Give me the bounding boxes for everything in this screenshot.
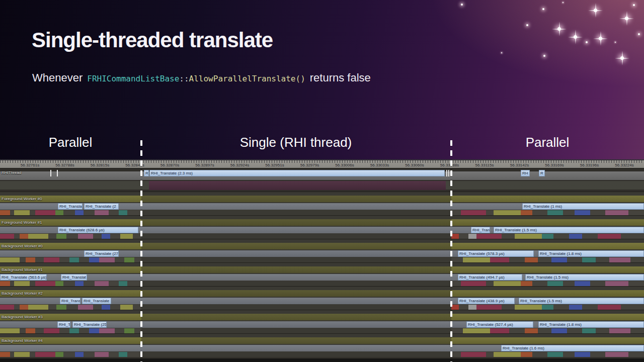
track-label: RHIThread (2, 170, 21, 175)
ruler-tick: 56.33169s (545, 163, 564, 167)
thread-track: RHIThreadRRHI_Translate (2.3 ms)RHR (0, 168, 644, 192)
code-scope-operator: :: (179, 74, 189, 83)
star-sparkle-icon (526, 24, 528, 26)
ruler-tick: 56.33224s (615, 163, 633, 167)
section-label-single-rhi-thread: Single (RHI thread) (240, 135, 352, 150)
star-sparkle-icon (542, 8, 544, 10)
section-label-parallel-left: Parallel (49, 135, 93, 150)
thread-track: Background Worker #2RHI_TranslRHI_Transl… (0, 286, 644, 310)
star-sparkle-icon (638, 33, 640, 35)
dashed-guide-right (450, 140, 452, 362)
ruler-tick: 56.33033s (370, 163, 389, 167)
star-sparkle-icon (594, 9, 597, 12)
event-bar[interactable]: RHI_Translate (1.5 ms) (494, 227, 644, 233)
slide: Single-threaded translate Whenever FRHIC… (0, 0, 644, 362)
code-class-name: FRHICommandListBase (87, 74, 179, 83)
timeline-ruler[interactable]: 56.32761s56.32788s56.32815s56.32843s56.3… (0, 159, 644, 168)
track-label: Background Worker #3 (2, 315, 43, 319)
event-bar[interactable]: RHI_Transl (60, 298, 80, 304)
thread-track: Foreground Worker #0RHI_TranslaRHI_Trans… (0, 192, 644, 215)
thread-track: Foreground Worker #1RHI_Translate (628.6… (0, 215, 644, 239)
event-bar[interactable]: RHI_Translat (61, 274, 87, 281)
thread-track: Background Worker #0RHI_Translate (274RH… (0, 239, 644, 262)
event-bar[interactable]: RHI_Translate (274 (84, 250, 119, 257)
subtitle-code: FRHICommandListBase::AllowParallelTransl… (87, 74, 305, 83)
event-bar[interactable]: RHI_Translate (1.5 ms) (525, 274, 644, 281)
ruler-tick: 56.32815s (91, 163, 109, 167)
star-sparkle-icon (562, 2, 564, 3)
ruler-tick: 56.32870s (160, 163, 179, 167)
star-sparkle-icon (586, 41, 588, 43)
section-label-parallel-right: Parallel (526, 135, 570, 150)
profiler-timeline: 56.32761s56.32788s56.32815s56.32843s56.3… (0, 159, 644, 362)
event-bar[interactable]: RHI_Translate (82, 298, 111, 304)
event-bar[interactable]: R (539, 170, 545, 176)
star-sparkle-icon (599, 37, 602, 40)
event-bar[interactable]: RHI_Translate (578.3 µs) (458, 250, 534, 257)
event-bar[interactable]: RHI_Translate (1.5 ms) (519, 298, 644, 304)
track-label: Background Worker #4 (2, 338, 43, 343)
event-mark[interactable] (50, 170, 51, 176)
profiler-bottom-edge (0, 358, 644, 362)
event-bar[interactable]: RHI_Translate (1.8 ms) (538, 321, 644, 328)
event-bar[interactable]: RHI_Translate (527.4 µs) (466, 321, 533, 328)
event-bar[interactable]: RHI_Translate (438.9 µs) (458, 298, 515, 304)
event-bar[interactable]: RHI_Translate (563.6 µs) (0, 274, 47, 281)
ruler-tick: 56.32924s (230, 163, 249, 167)
track-label: Foreground Worker #1 (2, 220, 42, 225)
track-label: Background Worker #1 (2, 267, 43, 272)
ruler-tick: 56.32761s (21, 163, 39, 167)
ruler-tick: 56.33115s (475, 163, 494, 167)
ruler-tick: 56.33006s (335, 163, 354, 167)
star-sparkle-icon (461, 4, 463, 6)
star-sparkle-icon (557, 27, 561, 31)
event-bar[interactable]: RHI_Translate (1 ms) (522, 203, 644, 210)
track-label: Foreground Worker #0 (2, 197, 42, 201)
event-bar[interactable]: RHI_Translate (2.3 ms) (149, 170, 445, 176)
track-label: Background Worker #2 (2, 291, 43, 296)
star-sparkle-icon (574, 35, 577, 39)
ruler-tick: 56.32788s (55, 163, 74, 167)
event-bar[interactable]: RHI_Translate (1.6 ms) (501, 345, 644, 351)
event-bar[interactable]: RHI_Tr (57, 321, 70, 328)
event-bar[interactable]: RHI_Translate (494.7 µs) (458, 274, 522, 281)
star-sparkle-icon (543, 55, 545, 57)
event-bar[interactable]: RH (521, 170, 530, 176)
ruler-tick: 56.32897s (195, 163, 214, 167)
event-bar[interactable]: RHI_Translate (1.8 ms) (538, 250, 644, 257)
thread-track: Background Worker #3RHI_TrRHI_Translate … (0, 310, 644, 333)
event-bar[interactable]: RHI_Translate (628.6 µs) (58, 227, 138, 233)
slide-subtitle: Whenever FRHICommandListBase::AllowParal… (32, 71, 371, 84)
event-mark[interactable] (446, 170, 447, 176)
thread-tracks: RHIThreadRRHI_Translate (2.3 ms)RHRForeg… (0, 168, 644, 357)
dashed-guide-left (140, 140, 142, 362)
event-mark[interactable] (448, 170, 449, 176)
star-sparkle-icon (501, 52, 502, 53)
thread-track: Background Worker #4RHI_Translate (1.6 m… (0, 333, 644, 357)
thread-track: Background Worker #1RHI_Translate (563.6… (0, 262, 644, 286)
ruler-tick: 56.33060s (405, 163, 424, 167)
ruler-tick: 56.33196s (580, 163, 599, 167)
ruler-tick: 56.32951s (265, 163, 284, 167)
ruler-tick: 56.33142s (510, 163, 529, 167)
star-sparkle-icon (615, 42, 616, 43)
event-bar[interactable]: R (144, 170, 149, 176)
ruler-tick: 56.33088s (440, 163, 459, 167)
subtitle-suffix: returns false (310, 71, 371, 84)
event-bar[interactable]: RHI_Translate (2 (84, 203, 119, 210)
star-sparkle-icon (633, 4, 635, 6)
slide-title: Single-threaded translate (32, 28, 273, 52)
track-label: Background Worker #0 (2, 244, 43, 248)
star-sparkle-icon (625, 17, 628, 20)
code-method-name: AllowParallelTranslate() (189, 74, 305, 83)
subtitle-prefix: Whenever (32, 71, 83, 84)
event-bar[interactable]: RHI_Translate (25 (72, 321, 107, 328)
star-sparkle-icon (620, 56, 624, 60)
event-mark[interactable] (57, 170, 58, 176)
event-bar[interactable]: RHI_Tran (471, 227, 490, 233)
ruler-tick: 56.32979s (300, 163, 319, 167)
event-bar[interactable]: RHI_Transla (58, 203, 83, 210)
